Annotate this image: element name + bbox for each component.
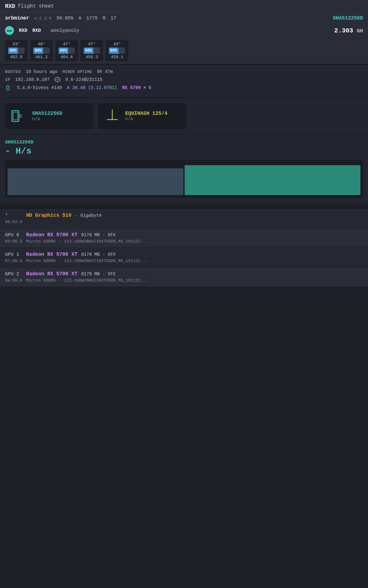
miner-efficiency: 99.05% xyxy=(56,16,73,21)
gpu-item-row2-3: 0a:00.0 Micron GDDR6 · 113-180W2NAVI10XT… xyxy=(5,278,363,283)
miner-row: srbminer v.2.3.9 99.05% A 1775 R 17 SHA5… xyxy=(0,13,368,24)
hashrate-value: - H/s xyxy=(5,146,363,156)
coin-label-2: RXD xyxy=(32,28,41,33)
algo-card-sha: SHA512256D n/a xyxy=(5,103,93,129)
gpu-fan-bar-wrap-2: 60% xyxy=(59,48,75,54)
gpu-power-3: 456.3 xyxy=(84,55,100,59)
svg-rect-11 xyxy=(13,112,18,120)
gpu-model-1: Radeon RX 5700 XT xyxy=(26,232,77,238)
coin-label-1: RXD xyxy=(19,28,27,33)
hashrate-algo-label: SHA512256D xyxy=(5,140,363,145)
gpu-fan-label-3: 60% xyxy=(85,48,92,53)
info-row-booted: BOOTED 10 hours ago MINER UPTIME 9h 47m xyxy=(5,69,363,74)
miner-version: v.2.3.9 xyxy=(34,16,52,21)
gpu-fan-label-4: 60% xyxy=(110,48,117,53)
hive-icon xyxy=(55,77,60,82)
algo-info-sha: SHA512256D n/a xyxy=(32,111,62,121)
gpu-model-3: Radeon RX 5700 XT xyxy=(26,271,77,277)
gpu-model-2: Radeon RX 5700 XT xyxy=(26,252,77,257)
gpu-fan-bar-1: 60% xyxy=(33,48,43,54)
algo-status-equi: n/a xyxy=(125,116,167,121)
svg-point-7 xyxy=(8,87,9,87)
gpu-power-0: 462.0 xyxy=(8,55,25,59)
gpu-list-item-3: GPU 2 Radeon RX 5700 XT 8176 MB · XFX 0a… xyxy=(0,267,368,287)
linux-icon xyxy=(5,85,11,91)
gpu-mem-1: 8176 MB · XFX xyxy=(81,232,115,238)
hashrate-unit: GH xyxy=(357,28,363,34)
gpu-temp-3: 47° xyxy=(84,42,100,47)
svg-point-5 xyxy=(7,86,9,89)
gpu-fan-bar-3: 60% xyxy=(84,48,93,54)
gpu-fan-bar-4: 60% xyxy=(109,48,119,54)
gpu-fan-bar-0: 60% xyxy=(8,48,18,54)
rxd-title: RXD xyxy=(5,3,15,9)
gpu-fan-bar-wrap-3: 60% xyxy=(84,48,100,54)
algo-status-sha: n/a xyxy=(32,116,62,121)
miner-accepted-value: 1775 xyxy=(86,16,98,21)
info-row-ip: IP 192.168.0.107 0.6-224@231115 xyxy=(5,77,363,82)
gpu-item-row2-2: 07:00.0 Micron GDDR6 · 113-180W2NAVI10XT… xyxy=(5,259,363,263)
booted-label: BOOTED xyxy=(5,70,21,74)
gpu-stat-card-1: 40° 60% 461.2 xyxy=(30,40,53,61)
gpu-index-0: * xyxy=(5,213,22,218)
gpu-fan-bar-wrap-1: 60% xyxy=(33,48,50,54)
svg-text:RXD: RXD xyxy=(7,30,12,33)
gpu-brand-0: · Gigabyte xyxy=(75,213,102,218)
equi-icon xyxy=(104,108,121,125)
gpu-fan-bar-2: 60% xyxy=(59,48,68,54)
gpu-vbios-2: · 113-180W2NAVI10XT8GD6_MS_191122... xyxy=(59,259,148,263)
gpu-model-0: HD Graphics 510 xyxy=(26,213,71,218)
gpu-stat-card-2: 47° 60% 464.6 xyxy=(55,40,78,61)
gpu-power-2: 464.6 xyxy=(59,55,75,59)
algo-name-equi: EQUIHASH 125/4 xyxy=(125,111,167,116)
gpu-stat-card-3: 47° 60% 456.3 xyxy=(81,40,103,61)
ip-label: IP xyxy=(5,77,10,82)
gpu-index-2: GPU 1 xyxy=(5,252,22,257)
gpu-mem-type-2: Micron GDDR6 xyxy=(26,259,56,263)
gpu-fan-label-1: 60% xyxy=(35,48,42,53)
gpu-bus-2: 07:00.0 xyxy=(5,259,22,263)
gpu-power-1: 461.2 xyxy=(33,55,50,59)
info-section: BOOTED 10 hours ago MINER UPTIME 9h 47m … xyxy=(0,64,368,98)
ip-value: 192.168.0.107 xyxy=(15,77,50,82)
gpu-item-row2-0: 00:02.0 xyxy=(5,220,363,224)
gpu-stat-card-4: 43° 60% 459.1 xyxy=(106,40,128,61)
algo-card-equi: EQUIHASH 125/4 n/a xyxy=(98,103,186,129)
algo-name-sha: SHA512256D xyxy=(32,111,62,116)
booted-value: 10 hours ago xyxy=(26,69,58,74)
gpu-item-row1-0: * HD Graphics 510 · Gigabyte xyxy=(5,213,363,218)
svg-line-8 xyxy=(6,90,7,91)
miner-algo: SHA512256D xyxy=(333,15,363,21)
hashrate-chart xyxy=(5,160,363,198)
gpu-bus-1: 03:00.0 xyxy=(5,239,22,244)
gpu-bus-0: 00:02.0 xyxy=(5,220,22,224)
chart-bar-0 xyxy=(8,168,183,195)
miner-rejected-value: 17 xyxy=(110,16,116,21)
gpu-temp-4: 43° xyxy=(109,42,125,47)
gpu-list-item-0: * HD Graphics 510 · Gigabyte 00:02.0 xyxy=(0,209,368,228)
gpu-fan-label-2: 60% xyxy=(60,48,67,53)
gpu-fan-bar-wrap-0: 60% xyxy=(8,48,25,54)
gpu-mem-2: 8176 MB · XFX xyxy=(81,252,115,257)
gpu-temp-0: 53° xyxy=(8,42,25,47)
gpu-power-4: 459.1 xyxy=(109,55,125,59)
gpu-item-row2-1: 03:00.0 Micron GDDR6 · 113-180W2NAVI10XT… xyxy=(5,239,363,244)
coin-icon: RXD xyxy=(5,26,14,35)
svg-point-6 xyxy=(7,87,8,87)
gpu-temp-1: 40° xyxy=(33,42,50,47)
flight-sheet-bar: RXD flight sheet xyxy=(0,0,368,13)
accept-version: A 20.40 (5.11.0701) xyxy=(67,85,117,90)
gpu-temp-2: 47° xyxy=(59,42,75,47)
miner-rejected-label: R xyxy=(103,16,105,21)
uptime-value: 9h 47m xyxy=(97,69,113,74)
gpu-spec: RX 5700 × 5 xyxy=(122,85,151,90)
hive-agent: 0.6-224@231115 xyxy=(65,77,103,82)
gpu-bus-3: 0a:00.0 xyxy=(5,278,22,283)
pool-label: woolypooly xyxy=(51,28,79,33)
gpu-item-row1-3: GPU 2 Radeon RX 5700 XT 8176 MB · XFX xyxy=(5,271,363,277)
gpu-item-row1-1: GPU 0 Radeon RX 5700 XT 8176 MB · XFX xyxy=(5,232,363,238)
gpu-list-section: * HD Graphics 510 · Gigabyte 00:02.0 GPU… xyxy=(0,208,368,287)
algo-cards-section: SHA512256D n/a EQUIHASH 125/4 n/a xyxy=(0,98,368,134)
gpu-item-row1-2: GPU 1 Radeon RX 5700 XT 8176 MB · XFX xyxy=(5,252,363,257)
gpu-stat-card-0: 53° 60% 462.0 xyxy=(5,40,28,61)
